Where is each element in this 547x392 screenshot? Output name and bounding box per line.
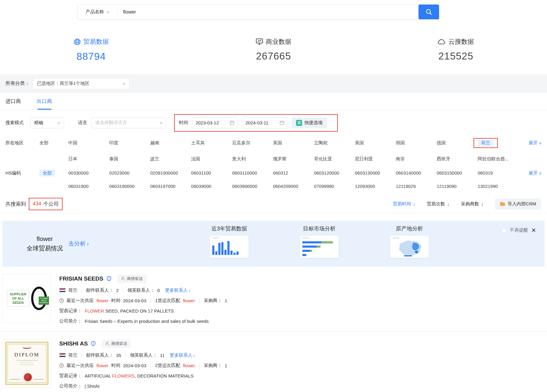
business-radar-badge[interactable]: 商情雷达 <box>118 275 146 283</box>
hs-code-item[interactable]: 06039000 <box>191 182 232 189</box>
hs-code-item[interactable]: 0603120000 <box>314 169 355 175</box>
hs-code-item[interactable]: 0603130000 <box>355 169 396 175</box>
region-item[interactable]: 德国 <box>437 139 477 148</box>
company-logo[interactable]: DIPLOM <box>2 339 51 388</box>
company-logo[interactable]: SUPPLIER OF ALL SEEDS FLOWER BULB EXPERT… <box>2 274 51 323</box>
selected-region-dropdown[interactable]: 已选地区：荷兰等1个地区 ∨ <box>33 78 129 89</box>
shield-icon[interactable] <box>91 341 96 346</box>
region-expand-link[interactable]: 展开 ∨ <box>519 139 542 146</box>
hs-code-item[interactable]: 060319 <box>478 169 519 175</box>
search-mode-value: 精确 <box>34 120 43 126</box>
card-target-market[interactable]: 目标市场分析 <box>292 225 347 258</box>
logo-oval: FLOWER BULB EXPERTS <box>31 287 47 310</box>
region-item[interactable]: 阿拉伯联合酋... <box>478 155 519 162</box>
region-item[interactable]: 中国 <box>68 139 109 148</box>
company-name[interactable]: SHISHI AS <box>59 340 88 347</box>
quick-options-button[interactable]: ⌘ 快捷选项 <box>292 117 327 128</box>
region-item[interactable]: 哥伦比亚 <box>314 155 355 162</box>
date-to-input[interactable]: 2024-03-11 <box>242 117 288 128</box>
sort-trade-count[interactable]: 贸易次数 ↓ <box>427 201 450 207</box>
region-item[interactable]: 法国 <box>191 155 232 162</box>
hs-code-item[interactable]: 00330000 <box>68 169 109 175</box>
region-item[interactable]: 韩国 <box>396 139 437 148</box>
profile-text: Frisian Seeds – Experts in production an… <box>85 319 209 324</box>
region-item[interactable]: 印度 <box>109 139 150 148</box>
region-item[interactable]: 越南 <box>150 139 191 148</box>
more-contacts-link[interactable]: 更多联系人 › <box>165 288 190 293</box>
hs-code-item[interactable]: 0604209000 <box>273 182 314 189</box>
more-contacts-link[interactable]: 更多联系人 › <box>170 352 195 358</box>
supply-keyword: flower <box>96 363 109 368</box>
stat-cloud-data[interactable]: 云搜数据 215525 <box>365 37 547 62</box>
region-item[interactable]: 南非 <box>396 155 437 162</box>
tab-exporter[interactable]: 出口商 <box>37 93 52 110</box>
hs-code-item[interactable]: 02023000 <box>109 169 150 175</box>
sort-buyer-count[interactable]: 采购商数 ↓ <box>461 201 484 207</box>
hs-code-item[interactable]: 0603150000 <box>437 169 477 175</box>
import-crm-button[interactable]: 导入内部CRM <box>495 198 541 210</box>
region-item-selected[interactable]: 荷兰 <box>478 139 493 146</box>
region-item[interactable]: 尼日利亚 <box>355 155 396 162</box>
time-label: 时间 <box>179 120 188 126</box>
calendar-icon <box>280 120 284 125</box>
business-radar-badge[interactable]: 商情雷达 <box>102 339 131 348</box>
sort-trade-time[interactable]: 贸易时间 ↓ <box>393 201 415 207</box>
region-item[interactable]: 泰国 <box>109 155 150 162</box>
region-item[interactable]: 厄瓜多尔 <box>232 139 273 148</box>
shield-icon[interactable] <box>107 276 111 281</box>
linkedin-contacts-count: 11 <box>160 353 165 358</box>
hs-expand-link[interactable]: 展开 ∨ <box>519 169 542 176</box>
hs-filter-label: HS编码 <box>5 169 39 176</box>
region-item[interactable]: 日本 <box>68 155 109 162</box>
dont-remind-checkbox[interactable] <box>502 228 506 233</box>
region-item[interactable]: 西班牙 <box>437 155 477 162</box>
region-item[interactable]: 美国 <box>355 139 396 148</box>
hs-code-item[interactable]: 0603140000 <box>396 169 437 175</box>
hs-code-item[interactable]: 0603900000 <box>232 182 273 189</box>
hs-code-item[interactable]: 02091000000 <box>150 169 191 175</box>
search-button[interactable] <box>418 5 439 19</box>
region-item[interactable]: 意大利 <box>232 155 273 162</box>
hs-code-item[interactable]: 0603190000 <box>109 182 150 189</box>
clock-icon <box>59 298 64 303</box>
card-origin-analysis[interactable]: 原产地分析 <box>382 225 437 258</box>
hs-code-item[interactable]: 07099990 <box>314 182 355 189</box>
region-item[interactable]: 英国 <box>273 139 314 148</box>
search-input[interactable] <box>118 5 419 19</box>
trade-record-text: FLOWER SEED, PACKED ON 17 PALLETS <box>85 308 174 313</box>
search-category-dropdown[interactable]: 产品名称 ∨ <box>78 5 118 19</box>
hs-code-item[interactable]: 12119090 <box>437 182 477 189</box>
hs-code-item[interactable]: 06031900 <box>68 182 109 189</box>
dont-remind-label: 不再提醒 <box>510 227 528 233</box>
region-item[interactable]: 俄罗斯 <box>273 155 314 162</box>
hs-code-item[interactable]: 0603197000 <box>150 182 191 189</box>
language-dropdown[interactable]: 请选择翻译语言 ∨ <box>91 117 166 128</box>
hs-code-item[interactable]: 06031100 <box>191 169 232 175</box>
date-from-input[interactable]: 2023-03-12 <box>192 117 238 128</box>
hs-code-item[interactable]: 0603110000 <box>232 169 273 175</box>
breadcrumb-all-categories[interactable]: 所有分类 › <box>5 80 28 87</box>
company-profile-row: 公司简介： | Shishi <box>59 383 542 389</box>
go-analyze-link[interactable]: 去分析 › <box>68 240 89 248</box>
stat-business-data[interactable]: 商业数据 267665 <box>182 37 365 62</box>
chevron-down-icon: ∨ <box>539 141 542 145</box>
stat-trade-data[interactable]: 贸易数据 88794 <box>0 37 182 62</box>
supply-date: 2024-03-03 <box>123 298 146 303</box>
close-icon[interactable]: ✕ <box>531 227 536 234</box>
hs-all-pill: 全部 <box>39 169 55 176</box>
profile-text: | Shishi <box>85 384 99 389</box>
card-trade-3years[interactable]: 近3年贸易数据 <box>202 225 256 258</box>
region-all-option[interactable]: 全部 <box>39 139 68 146</box>
hs-code-item[interactable]: 13021990 <box>478 182 519 189</box>
hs-code-item[interactable]: 12093000 <box>355 182 396 189</box>
region-item[interactable]: 立陶宛 <box>314 139 355 148</box>
hs-code-item[interactable]: 12119029 <box>396 182 437 189</box>
hs-all-option[interactable]: 全部 <box>39 169 68 176</box>
region-item[interactable]: 土耳其 <box>191 139 232 148</box>
globe-icon <box>74 38 81 45</box>
search-mode-dropdown[interactable]: 精确 ∨ <box>30 117 64 128</box>
company-name[interactable]: FRISIAN SEEDS <box>59 275 103 282</box>
tab-importer[interactable]: 进口商 <box>5 93 21 110</box>
hs-code-item[interactable]: 060312 <box>273 169 314 175</box>
region-item[interactable]: 波兰 <box>150 155 191 162</box>
